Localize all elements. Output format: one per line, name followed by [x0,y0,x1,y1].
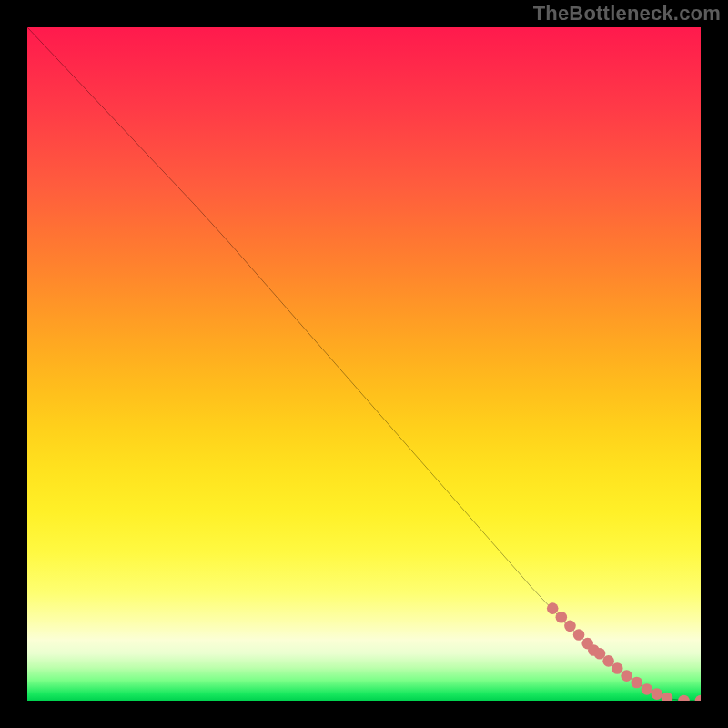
dot [652,688,663,700]
bottleneck-curve [27,27,701,701]
dot [556,612,568,623]
dot [612,662,623,674]
dot [621,670,632,682]
watermark-label: TheBottleneck.com [533,2,721,25]
dot [631,677,642,689]
plot-area [27,27,701,701]
dot [642,683,653,695]
scatter-dots [547,602,701,701]
dot [564,621,576,632]
dot [662,693,673,701]
dot [695,695,701,701]
dot [678,695,690,701]
chart-frame: TheBottleneck.com [0,0,728,728]
dot [547,602,559,614]
curve-overlay [27,27,701,701]
dot [602,655,614,667]
dot [594,648,606,660]
dot [573,629,585,641]
